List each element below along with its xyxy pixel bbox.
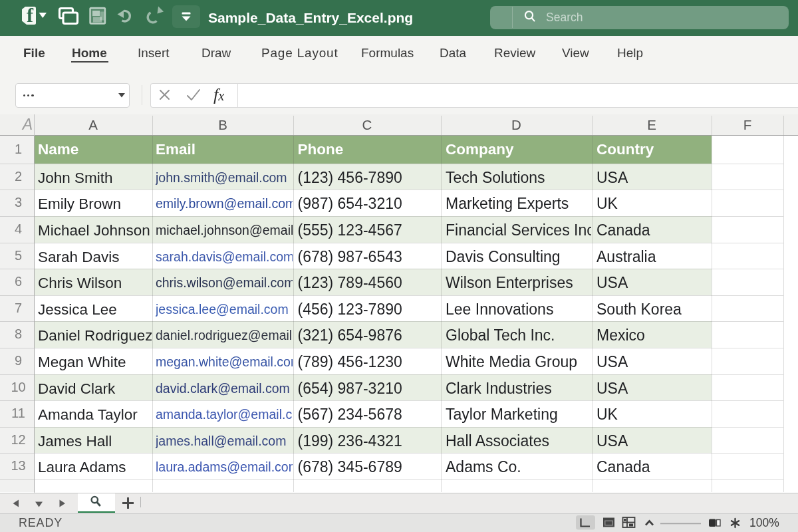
svg-text:f: f (27, 4, 34, 26)
